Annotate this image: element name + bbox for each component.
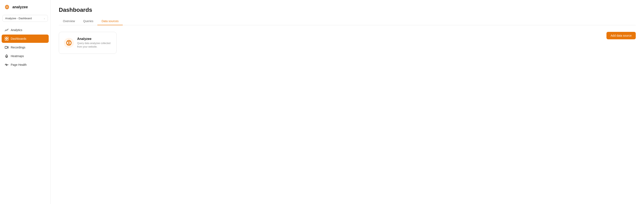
tabs-bar: Overview Queries Data sources: [59, 17, 636, 25]
datasource-logo-icon: [64, 38, 74, 48]
heatmaps-icon: [4, 54, 9, 58]
dashboards-icon: [4, 37, 9, 41]
page-header: Dashboards Overview Queries Data sources: [50, 0, 644, 25]
chevron-down-icon: ⌄: [44, 17, 45, 20]
main-content: Dashboards Overview Queries Data sources…: [50, 0, 644, 204]
page-body: Add data source Analyzee Query data anal…: [50, 25, 644, 204]
recordings-icon: [4, 45, 9, 49]
sidebar-item-heatmaps-label: Heatmaps: [11, 54, 24, 58]
tab-queries[interactable]: Queries: [79, 17, 97, 25]
analytics-icon: [4, 28, 9, 32]
page-health-icon: [4, 63, 9, 67]
datasource-description: Query data analyzee collected from your …: [77, 42, 112, 49]
sidebar-item-page-health-label: Page Health: [11, 63, 26, 66]
workspace-name: Analyzee - Dashboard: [5, 17, 32, 20]
datasource-name: Analyzee: [77, 37, 112, 41]
sidebar-item-heatmaps[interactable]: Heatmaps: [2, 52, 49, 60]
analyzee-logo-icon: [3, 3, 11, 11]
sidebar-item-page-health[interactable]: Page Health: [2, 61, 49, 69]
svg-rect-6: [7, 39, 8, 40]
datasource-info: Analyzee Query data analyzee collected f…: [77, 37, 112, 49]
datasource-card-analyzee[interactable]: Analyzee Query data analyzee collected f…: [59, 32, 116, 54]
svg-rect-4: [7, 37, 8, 39]
sidebar-item-analytics[interactable]: Analytics: [2, 26, 49, 34]
svg-rect-3: [5, 37, 6, 39]
sidebar-item-recordings-label: Recordings: [11, 46, 25, 49]
sidebar: analyzee Analyzee - Dashboard ⌄ Analytic…: [0, 0, 50, 204]
logo-text: analyzee: [12, 5, 28, 9]
sidebar-item-analytics-label: Analytics: [11, 28, 22, 32]
sidebar-item-dashboards-label: Dashboards: [11, 37, 26, 40]
sidebar-item-recordings[interactable]: Recordings: [2, 43, 49, 52]
tab-data-sources[interactable]: Data sources: [97, 17, 122, 25]
page-title: Dashboards: [59, 7, 636, 13]
workspace-selector[interactable]: Analyzee - Dashboard ⌄: [2, 15, 48, 22]
svg-rect-5: [5, 39, 6, 40]
nav-menu: Analytics Dashboards Recor: [0, 26, 50, 69]
svg-rect-7: [5, 46, 7, 48]
add-data-source-button[interactable]: Add data source: [606, 32, 636, 39]
sidebar-item-dashboards[interactable]: Dashboards: [2, 35, 49, 43]
logo-area: analyzee: [0, 3, 50, 15]
tab-overview[interactable]: Overview: [59, 17, 79, 25]
